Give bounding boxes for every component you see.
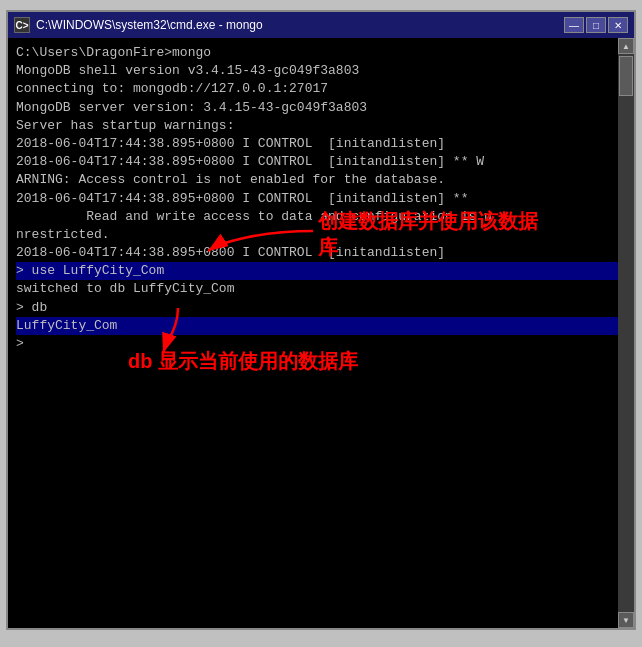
terminal-line-cursor: > (16, 336, 32, 351)
scroll-thumb[interactable] (619, 56, 633, 96)
window-title: C:\WINDOWS\system32\cmd.exe - mongo (36, 18, 263, 32)
terminal-line: switched to db LuffyCity_Com > db (16, 281, 234, 314)
terminal-window: C> C:\WINDOWS\system32\cmd.exe - mongo —… (6, 10, 636, 630)
vertical-scrollbar[interactable]: ▲ ▼ (618, 38, 634, 628)
cmd-icon: C> (14, 17, 30, 33)
close-button[interactable]: ✕ (608, 17, 628, 33)
terminal-line-highlight2: LuffyCity_Com (16, 317, 626, 335)
title-bar-left: C> C:\WINDOWS\system32\cmd.exe - mongo (14, 17, 263, 33)
annotation-create-db: 创建数据库并使用该数据库 (318, 208, 548, 260)
terminal-body: C:\Users\DragonFire>mongo MongoDB shell … (8, 38, 634, 628)
title-bar: C> C:\WINDOWS\system32\cmd.exe - mongo —… (8, 12, 634, 38)
terminal-line-highlight: > use LuffyCity_Com (16, 262, 626, 280)
window-controls: — □ ✕ (564, 17, 628, 33)
scroll-up-button[interactable]: ▲ (618, 38, 634, 54)
arrow-1 (203, 226, 318, 256)
scroll-down-button[interactable]: ▼ (618, 612, 634, 628)
minimize-button[interactable]: — (564, 17, 584, 33)
annotation-show-db: db 显示当前使用的数据库 (128, 348, 468, 374)
terminal-text: C:\Users\DragonFire>mongo MongoDB shell … (16, 44, 626, 353)
maximize-button[interactable]: □ (586, 17, 606, 33)
